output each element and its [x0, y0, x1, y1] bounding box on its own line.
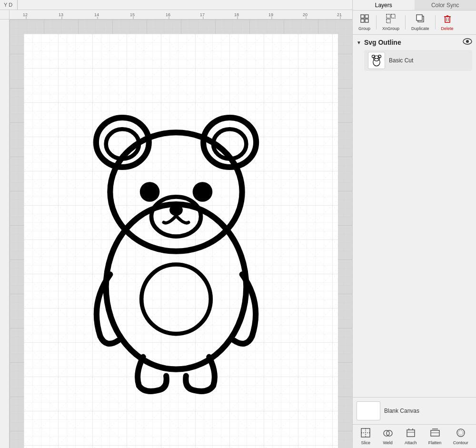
svg-point-60	[373, 59, 380, 66]
svg-text:17: 17	[200, 12, 205, 17]
layer-group-expand[interactable]: ▼	[357, 40, 361, 45]
ungroup-button[interactable]: XnGroup	[379, 12, 402, 32]
horizontal-ruler: 12 13 14 15 16 17 18 19 20	[10, 10, 352, 20]
layer-group: ▼ Svg Outline Basic Cut	[353, 35, 476, 74]
toolbar-sep-3	[435, 15, 436, 30]
svg-rect-71	[407, 430, 415, 437]
slice-button[interactable]: Slice	[360, 428, 371, 445]
svg-point-64	[375, 58, 376, 59]
svg-rect-50	[387, 19, 390, 23]
blank-canvas-area[interactable]: Blank Canvas	[353, 397, 476, 424]
svg-rect-53	[445, 17, 450, 22]
svg-text:12: 12	[23, 12, 28, 17]
white-canvas	[24, 34, 338, 448]
svg-rect-46	[361, 19, 364, 22]
svg-point-43	[141, 265, 211, 334]
vertical-ruler	[0, 20, 10, 448]
canvas-viewport[interactable]	[10, 20, 352, 448]
svg-point-78	[457, 429, 465, 437]
group-button[interactable]: Group	[356, 12, 373, 32]
canvas-area: Y D 12 13 14 15 16	[0, 0, 352, 448]
layer-item[interactable]: Basic Cut	[364, 50, 472, 71]
ruler-corner	[0, 10, 10, 20]
svg-point-39	[140, 182, 160, 202]
contour-button[interactable]: Contour	[453, 428, 468, 445]
attach-button[interactable]: Attach	[405, 428, 417, 445]
svg-text:18: 18	[234, 12, 239, 17]
svg-rect-45	[365, 15, 368, 18]
panel-bottom-tools: Slice Weld Attach Flatten	[353, 424, 476, 448]
tab-color-sync[interactable]: Color Sync	[415, 0, 476, 10]
svg-point-42	[169, 204, 183, 216]
ungroup-icon	[386, 14, 396, 25]
weld-icon	[383, 428, 393, 439]
toolbar-sep-2	[405, 15, 406, 30]
svg-text:14: 14	[94, 12, 99, 17]
panel-toolbar: Group XnGroup Duplicate De	[353, 10, 476, 35]
toolbar-sep-1	[376, 15, 377, 30]
ruler-row: 12 13 14 15 16 17 18 19 20	[0, 10, 352, 20]
right-panel: Layers Color Sync Group XnGroup	[352, 0, 476, 448]
toolbar-sep	[17, 0, 18, 10]
svg-rect-75	[431, 430, 439, 436]
svg-point-34	[110, 132, 242, 251]
blank-canvas-thumb	[357, 401, 380, 420]
svg-text:21: 21	[337, 12, 342, 17]
svg-point-79	[458, 430, 463, 435]
canvas-with-ruler	[0, 20, 352, 448]
layer-group-header: ▼ Svg Outline	[357, 38, 472, 47]
svg-rect-49	[391, 14, 395, 18]
layer-thumb-svg	[370, 54, 383, 67]
svg-text:20: 20	[303, 12, 307, 17]
slice-icon	[360, 428, 371, 439]
svg-rect-52	[416, 15, 422, 20]
svg-point-40	[193, 182, 213, 202]
delete-button[interactable]: Delete	[438, 12, 456, 32]
delete-icon	[443, 14, 452, 25]
top-toolbar: Y D	[0, 0, 352, 10]
weld-button[interactable]: Weld	[383, 428, 393, 445]
duplicate-icon	[416, 14, 425, 25]
layer-group-visibility[interactable]	[463, 38, 472, 47]
svg-text:19: 19	[268, 12, 273, 17]
layer-thumbnail	[368, 52, 385, 69]
ruler-h-svg: 12 13 14 15 16 17 18 19 20	[10, 10, 352, 20]
app-container: Y D 12 13 14 15 16	[0, 0, 476, 448]
svg-text:15: 15	[130, 12, 135, 17]
layer-group-name: Svg Outline	[364, 39, 460, 46]
bear-svg	[52, 58, 300, 400]
panel-tabs: Layers Color Sync	[353, 0, 476, 10]
group-icon	[360, 14, 369, 25]
svg-point-59	[466, 40, 469, 43]
flatten-button[interactable]: Flatten	[428, 428, 442, 445]
attach-icon	[406, 428, 416, 439]
flatten-icon	[430, 428, 440, 439]
blank-canvas-label: Blank Canvas	[384, 408, 419, 414]
duplicate-button[interactable]: Duplicate	[408, 12, 432, 32]
ruler-v-svg	[0, 20, 10, 448]
svg-rect-48	[387, 14, 390, 18]
toolbar-label: Y D	[4, 2, 12, 8]
contour-icon	[456, 428, 466, 439]
svg-rect-47	[365, 19, 368, 22]
svg-rect-44	[361, 15, 364, 18]
tab-layers[interactable]: Layers	[353, 0, 415, 10]
svg-text:16: 16	[166, 12, 170, 17]
svg-point-65	[377, 58, 378, 59]
svg-rect-21	[0, 20, 10, 448]
panel-spacer	[353, 74, 476, 397]
svg-text:13: 13	[59, 12, 63, 17]
layer-item-label: Basic Cut	[389, 57, 413, 64]
